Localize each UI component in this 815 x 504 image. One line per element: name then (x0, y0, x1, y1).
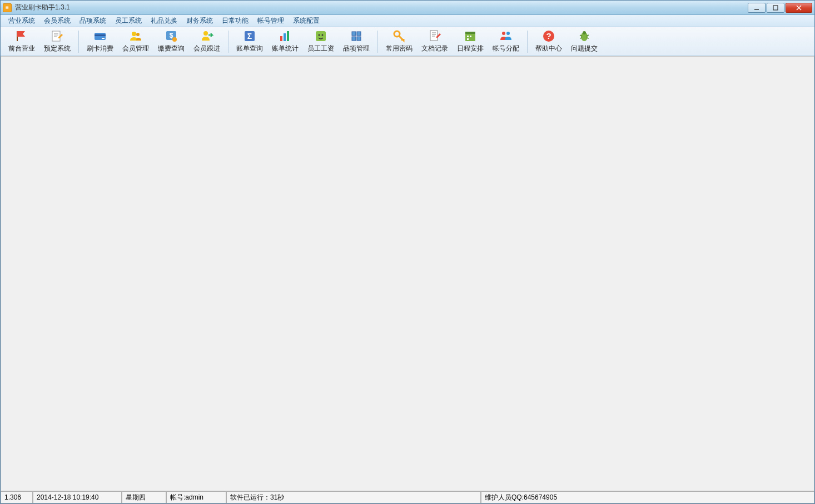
tool-issue-submit-button[interactable]: 问题提交 (566, 28, 602, 54)
svg-rect-25 (357, 37, 361, 41)
tool-label: 会员管理 (122, 44, 149, 53)
tool-label: 日程安排 (457, 44, 484, 53)
svg-rect-18 (287, 31, 289, 41)
card-blue-icon (93, 29, 107, 43)
flag-red-icon (15, 29, 28, 43)
tool-account-assign-button[interactable]: 帐号分配 (488, 28, 524, 54)
status-datetime: 2014-12-18 10:19:40 (33, 491, 122, 503)
tool-item-mgmt-button[interactable]: 品项管理 (339, 28, 374, 54)
svg-point-20 (319, 34, 320, 36)
statusbar: 1.306 2014-12-18 10:19:40 星期四 帐号:admin 软… (1, 491, 814, 503)
svg-rect-31 (470, 36, 471, 37)
tool-label: 品项管理 (343, 44, 370, 53)
svg-text:Σ: Σ (247, 32, 252, 41)
key-yellow-icon (392, 29, 406, 43)
svg-point-12 (172, 37, 177, 42)
svg-rect-23 (357, 32, 361, 36)
toolbar: 前台营业预定系统刷卡消费会员管理$缴费查询会员跟进Σ账单查询账单统计员工工资品项… (1, 27, 814, 56)
svg-rect-6 (95, 34, 106, 36)
tool-member-mgmt-button[interactable]: 会员管理 (118, 28, 153, 54)
tool-common-pwd-button[interactable]: 常用密码 (381, 28, 417, 54)
status-weekday: 星期四 (122, 491, 166, 503)
svg-rect-22 (352, 32, 356, 36)
tool-label: 会员跟进 (193, 44, 220, 53)
menu-member[interactable]: 会员系统 (39, 15, 75, 27)
help-red-icon: ? (542, 29, 555, 43)
svg-point-8 (132, 32, 136, 36)
tool-label: 前台营业 (8, 44, 35, 53)
tool-label: 缴费查询 (158, 44, 185, 53)
svg-rect-24 (352, 37, 356, 41)
svg-point-38 (583, 31, 586, 34)
tool-label: 员工工资 (307, 44, 334, 53)
app-icon: ≡ (3, 3, 12, 12)
status-version: 1.306 (1, 491, 33, 503)
tool-schedule-button[interactable]: 日程安排 (453, 28, 488, 54)
toolbar-group: 刷卡消费会员管理$缴费查询会员跟进 (82, 28, 225, 54)
tool-booking-button[interactable]: 预定系统 (39, 28, 75, 54)
tool-label: 预定系统 (44, 44, 71, 53)
svg-rect-1 (773, 6, 778, 10)
status-running: 软件已运行：31秒 (226, 491, 481, 503)
tool-member-follow-button[interactable]: 会员跟进 (189, 28, 225, 54)
maximize-button[interactable] (767, 3, 784, 13)
toolbar-group: 前台营业预定系统 (4, 28, 75, 54)
svg-point-9 (136, 33, 140, 36)
tool-label: 帐号分配 (493, 44, 519, 53)
close-icon (796, 5, 802, 11)
svg-point-34 (506, 32, 510, 35)
tool-help-center-button[interactable]: ?帮助中心 (531, 28, 566, 54)
tool-fee-query-button[interactable]: $缴费查询 (153, 28, 189, 54)
users-yellow-icon (129, 29, 142, 43)
svg-rect-16 (280, 36, 282, 41)
status-account: 帐号:admin (166, 491, 226, 503)
tool-staff-salary-button[interactable]: 员工工资 (303, 28, 339, 54)
menu-account[interactable]: 帐号管理 (253, 15, 289, 27)
window-controls (747, 3, 812, 13)
menu-staff[interactable]: 员工系统 (111, 15, 146, 27)
tool-doc-record-button[interactable]: 文档记录 (417, 28, 453, 54)
titlebar: ≡ 营业刷卡助手1.3.1 (1, 1, 814, 15)
tool-front-desk-button[interactable]: 前台营业 (4, 28, 39, 54)
maximize-icon (773, 5, 778, 11)
tool-card-consume-button[interactable]: 刷卡消费 (82, 28, 118, 54)
tool-label: 问题提交 (571, 44, 598, 53)
svg-rect-5 (95, 33, 106, 40)
svg-rect-17 (284, 33, 286, 41)
svg-rect-4 (52, 31, 60, 41)
svg-point-21 (322, 34, 324, 36)
minimize-icon (754, 5, 759, 11)
svg-rect-30 (467, 36, 469, 37)
toolbar-group: Σ账单查询账单统计员工工资品项管理 (232, 28, 374, 54)
menu-finance[interactable]: 财务系统 (182, 15, 217, 27)
menu-product[interactable]: 品项系统 (75, 15, 111, 27)
close-button[interactable] (786, 3, 812, 13)
users-color-icon (499, 29, 513, 43)
toolbar-group: 常用密码文档记录日程安排帐号分配 (381, 28, 524, 54)
money-blue-icon: $ (165, 29, 178, 43)
menu-gift[interactable]: 礼品兑换 (146, 15, 182, 27)
user-arrow-icon (200, 29, 213, 43)
doc-pencil-icon (428, 29, 441, 43)
menu-config[interactable]: 系统配置 (289, 15, 324, 27)
tool-label: 文档记录 (421, 44, 448, 53)
svg-rect-19 (316, 31, 326, 41)
svg-point-13 (203, 31, 208, 36)
tool-label: 常用密码 (386, 44, 413, 53)
menubar: 营业系统 会员系统 品项系统 员工系统 礼品兑换 财务系统 日常功能 帐号管理 … (1, 15, 814, 27)
tool-bill-stats-button[interactable]: 账单统计 (267, 28, 303, 54)
menu-business[interactable]: 营业系统 (4, 15, 39, 27)
calendar-green-icon (464, 29, 477, 43)
toolbar-separator (377, 31, 378, 53)
tool-bill-query-button[interactable]: Σ账单查询 (232, 28, 267, 54)
svg-rect-7 (102, 38, 105, 39)
menu-daily[interactable]: 日常功能 (217, 15, 253, 27)
status-support: 维护人员QQ:645674905 (481, 491, 814, 503)
window-title: 营业刷卡助手1.3.1 (15, 3, 747, 12)
svg-text:?: ? (546, 31, 551, 41)
boxes-blue-icon (350, 29, 363, 43)
sigma-blue-icon: Σ (243, 29, 256, 43)
minimize-button[interactable] (748, 3, 766, 13)
content-area (1, 56, 814, 491)
toolbar-separator (78, 31, 79, 53)
